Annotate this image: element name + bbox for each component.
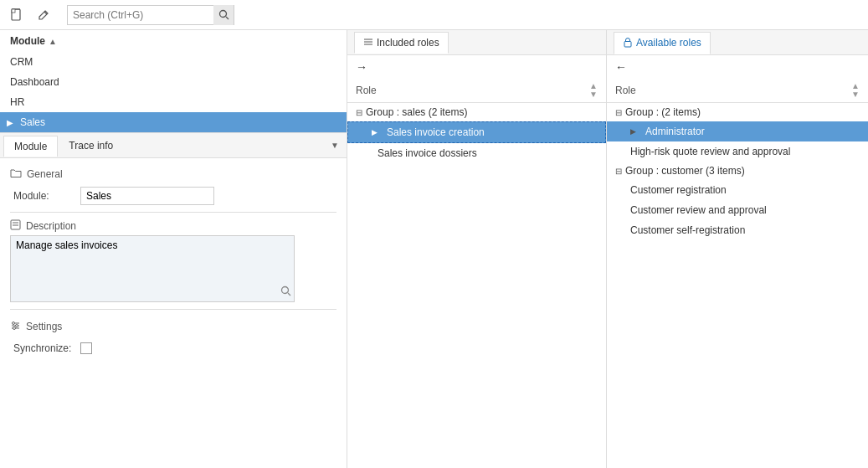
svg-point-13	[13, 322, 15, 325]
sort-icon: ▲	[49, 37, 57, 46]
remove-arrow-row: ←	[607, 55, 868, 79]
right-panel: Available roles ← Role ▲ ▼ ⊟ Group : (2 …	[607, 30, 868, 468]
svg-line-9	[288, 293, 290, 296]
folder-svg	[10, 168, 22, 178]
new-record-icon	[10, 8, 23, 22]
group-expand-icon: ⊟	[356, 108, 362, 117]
role-item-sales-invoice-creation[interactable]: ▶ Sales invoice creation	[347, 121, 606, 143]
description-textarea[interactable]: Manage sales invoices	[10, 235, 295, 302]
middle-sort-arrows[interactable]: ▲ ▼	[589, 82, 598, 99]
middle-role-table-header: Role ▲ ▼	[347, 79, 606, 103]
tree-item-dashboard[interactable]: Dashboard	[0, 72, 347, 92]
role-expand-icon: ▶	[372, 128, 383, 136]
divider-2	[10, 309, 336, 310]
description-svg	[10, 219, 21, 230]
settings-section-header: Settings	[10, 316, 336, 336]
svg-point-15	[13, 327, 16, 330]
module-field-label: Module:	[13, 190, 80, 202]
tree-item-hr[interactable]: HR	[0, 92, 347, 112]
search-box	[67, 5, 234, 25]
search-button[interactable]	[213, 5, 234, 25]
right-role-item-administrator[interactable]: ▶ Administrator	[607, 121, 868, 141]
right-roles-list: ⊟ Group : (2 items) ▶ Administrator High…	[607, 103, 868, 468]
right-role-item-high-risk[interactable]: High-risk quote review and approval	[607, 141, 868, 162]
module-form-row: Module:	[10, 187, 336, 205]
tree-item-crm[interactable]: CRM	[0, 52, 347, 72]
list-svg	[363, 37, 373, 47]
module-tree: Module ▲ CRM Dashboard HR ▶ Sales	[0, 30, 347, 133]
divider-1	[10, 212, 336, 213]
tab-dropdown-button[interactable]: ▼	[326, 137, 343, 154]
right-role-item-customer-registration[interactable]: Customer registration	[607, 180, 868, 200]
left-tab-bar: Module Trace info ▼	[0, 133, 347, 158]
right-group-expand-icon-1: ⊟	[615, 108, 622, 117]
list-icon	[363, 37, 373, 49]
right-role-item-customer-review[interactable]: Customer review and approval	[607, 200, 868, 220]
settings-icon	[10, 320, 21, 332]
right-group-empty[interactable]: ⊟ Group : (2 items)	[607, 103, 868, 121]
toolbar	[0, 0, 868, 30]
sync-label: Synchronize:	[13, 342, 80, 354]
right-group-customer[interactable]: ⊟ Group : customer (3 items)	[607, 162, 868, 180]
module-tree-header[interactable]: Module ▲	[0, 30, 347, 52]
edit-icon	[37, 8, 50, 22]
new-record-button[interactable]	[7, 5, 27, 25]
toolbar-icons	[7, 5, 54, 25]
svg-rect-2	[12, 9, 15, 13]
add-arrow-row: →	[347, 55, 606, 79]
add-role-button[interactable]: →	[356, 60, 367, 74]
middle-group-sales[interactable]: ⊟ Group : sales (2 items)	[347, 103, 606, 121]
right-role-table-header: Role ▲ ▼	[607, 79, 868, 103]
svg-point-8	[282, 287, 289, 294]
tree-expand-icon: ▶	[7, 118, 17, 127]
svg-point-14	[16, 325, 18, 327]
sync-row: Synchronize:	[10, 342, 336, 354]
middle-roles-list: ⊟ Group : sales (2 items) ▶ Sales invoic…	[347, 103, 606, 468]
sync-checkbox[interactable]	[80, 342, 92, 354]
detail-form: General Module: Description	[0, 158, 347, 468]
lock-svg	[623, 37, 633, 48]
main-content: Module ▲ CRM Dashboard HR ▶ Sales Module	[0, 30, 868, 468]
right-tab-bar: Available roles	[607, 30, 868, 55]
middle-role-col-label: Role	[356, 85, 589, 96]
remove-role-button[interactable]: ←	[615, 60, 627, 74]
svg-rect-19	[624, 41, 631, 47]
middle-panel: Included roles → Role ▲ ▼ ⊟ Group : sale…	[347, 30, 607, 468]
left-panel: Module ▲ CRM Dashboard HR ▶ Sales Module	[0, 30, 347, 468]
description-box: Manage sales invoices	[10, 235, 295, 302]
included-roles-tab[interactable]: Included roles	[354, 32, 449, 54]
module-field-input[interactable]	[80, 187, 214, 205]
lock-icon	[623, 37, 633, 49]
svg-point-3	[219, 11, 226, 18]
available-roles-tab[interactable]: Available roles	[614, 32, 711, 54]
description-search-svg	[280, 285, 291, 296]
right-role-expand-icon: ▶	[630, 127, 642, 136]
middle-tab-bar: Included roles	[347, 30, 606, 55]
edit-button[interactable]	[33, 5, 54, 25]
tree-item-sales[interactable]: ▶ Sales	[0, 112, 347, 132]
tab-trace-info[interactable]: Trace info	[58, 135, 124, 156]
general-section-header: General	[10, 165, 336, 183]
module-label: Module	[10, 35, 45, 47]
svg-line-4	[226, 17, 229, 19]
search-icon	[218, 9, 229, 20]
right-group-expand-icon-2: ⊟	[615, 167, 622, 176]
role-item-sales-invoice-dossiers[interactable]: Sales invoice dossiers	[347, 143, 606, 163]
description-icon	[10, 219, 21, 232]
right-sort-arrows[interactable]: ▲ ▼	[851, 82, 860, 99]
description-section-header: Description	[10, 219, 336, 232]
tab-module[interactable]: Module	[3, 136, 58, 157]
search-input[interactable]	[68, 8, 213, 23]
settings-svg	[10, 320, 21, 331]
folder-icon	[10, 168, 22, 180]
description-search-icon[interactable]	[280, 285, 291, 299]
description-section: Description Manage sales invoices	[10, 219, 336, 302]
right-role-col-label: Role	[615, 85, 851, 96]
right-role-item-customer-self-registration[interactable]: Customer self-registration	[607, 220, 868, 240]
